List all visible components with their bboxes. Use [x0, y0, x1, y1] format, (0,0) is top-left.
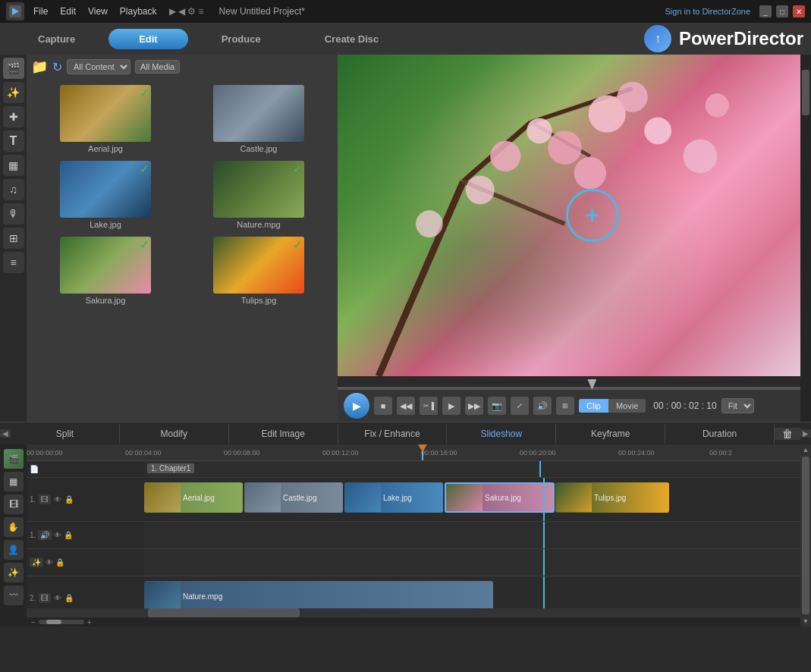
track1-eye-icon[interactable]: 👁: [54, 495, 61, 504]
stop-button[interactable]: ■: [374, 397, 392, 415]
media-item-castle[interactable]: ✓ Castle.jpg: [186, 85, 332, 153]
media-panel-toolbar: 📁 ↻ All Content All Media: [27, 55, 338, 79]
content-filter-select[interactable]: All Content: [67, 59, 130, 74]
window-controls: _ □ ✕: [759, 5, 805, 17]
fit-select[interactable]: Fit: [721, 398, 754, 413]
nav-buttons: Capture Edit Produce Create Disc: [8, 29, 409, 49]
timeline-expand-left[interactable]: ◀: [0, 429, 11, 438]
nature-clip-name: Nature.mpg: [181, 591, 225, 602]
audio-track1-lock-icon[interactable]: 🔒: [64, 531, 73, 539]
clip-castle[interactable]: Castle.jpg: [244, 482, 343, 513]
lake-thumbnail: ✓: [60, 161, 151, 218]
sidebar-piptracks-icon[interactable]: ▦: [3, 155, 24, 176]
fx-track: ✨ 👁 🔒: [27, 549, 800, 576]
fix-enhance-button[interactable]: Fix / Enhance: [338, 424, 448, 444]
sidebar-subscreen-icon[interactable]: ⊞: [3, 228, 24, 249]
track2-eye-icon[interactable]: 👁: [54, 594, 61, 602]
timeline-icon-media[interactable]: 🎬: [4, 449, 24, 469]
next-frame-button[interactable]: ▶: [442, 397, 461, 415]
play-button[interactable]: ▶: [344, 393, 369, 419]
sidebar-text-icon[interactable]: T: [3, 130, 24, 152]
scrollbar-h-thumb[interactable]: [148, 608, 300, 617]
sidebar-transitions-icon[interactable]: ✚: [3, 106, 24, 127]
timeline-scrollbar-horizontal[interactable]: [27, 608, 800, 617]
clip-lake[interactable]: Lake.jpg: [344, 482, 443, 513]
fx-track-lock-icon[interactable]: 🔒: [55, 558, 64, 567]
maximize-button[interactable]: □: [776, 5, 788, 17]
close-button[interactable]: ✕: [793, 5, 805, 17]
delete-button[interactable]: 🗑: [775, 428, 800, 440]
fx-track-eye-icon[interactable]: 👁: [46, 558, 53, 567]
audio-button[interactable]: 🔊: [533, 397, 552, 415]
video-track-2-header: 2. 🎞 👁 🔒: [27, 576, 144, 608]
clip-tulips[interactable]: Tulips.jpg: [555, 482, 669, 513]
sidebar-subtitle-icon[interactable]: ≡: [3, 252, 24, 273]
edit-image-button[interactable]: Edit Image: [229, 424, 338, 444]
slideshow-button[interactable]: Slideshow: [447, 424, 556, 444]
view-menu[interactable]: View: [88, 6, 108, 17]
sidebar-fx-icon[interactable]: ✨: [3, 82, 24, 103]
vscroll-thumb[interactable]: [802, 457, 809, 614]
zoom-slider[interactable]: [39, 620, 84, 624]
castle-clip-thumb: [244, 483, 281, 512]
media-item-tulips[interactable]: ✓ Tulips.jpg: [186, 237, 332, 305]
sakura-check-icon: ✓: [140, 239, 149, 251]
trim-button[interactable]: ✂▐: [420, 397, 438, 415]
track1-lock-icon[interactable]: 🔒: [64, 495, 74, 504]
file-menu[interactable]: File: [33, 6, 48, 17]
fast-forward-button[interactable]: ▶▶: [465, 397, 483, 415]
timeline-icon-wave[interactable]: 〰: [4, 586, 24, 605]
scroll-down-icon[interactable]: ▼: [803, 617, 809, 625]
timeline-vertical-scrollbar[interactable]: ▲ ▼: [800, 444, 811, 626]
signin-link[interactable]: Sign in to DirectorZone: [665, 7, 751, 16]
movie-mode-button[interactable]: Movie: [608, 399, 646, 413]
media-panel-scrollbar[interactable]: [800, 55, 811, 422]
minimize-button[interactable]: _: [759, 5, 772, 17]
tulips-clip-thumb: [555, 483, 592, 512]
import-folder-icon[interactable]: 📁: [31, 58, 48, 75]
prev-frame-button[interactable]: ◀◀: [397, 397, 415, 415]
clip-aerial[interactable]: Aerial.jpg: [144, 482, 243, 513]
media-item-aerial[interactable]: ✓ Aerial.jpg: [33, 85, 178, 153]
split-button[interactable]: Split: [11, 424, 120, 444]
snapshot-button[interactable]: 📷: [488, 397, 506, 415]
sidebar-media-icon[interactable]: 🎬: [3, 58, 24, 79]
media-item-nature[interactable]: ✓ Nature.mpg: [186, 161, 332, 229]
clip-nature[interactable]: Nature.mpg: [144, 581, 493, 608]
zoom-in-icon[interactable]: +: [87, 618, 92, 626]
timeline-icon-hand[interactable]: ✋: [4, 517, 24, 537]
audio-track-1-body: [144, 522, 800, 548]
refresh-icon[interactable]: ↻: [52, 60, 62, 74]
edit-button[interactable]: Edit: [108, 29, 188, 49]
track2-lock-icon[interactable]: 🔒: [64, 594, 74, 602]
create-disc-button[interactable]: Create Disc: [294, 29, 410, 49]
capture-button[interactable]: Capture: [8, 29, 105, 49]
layout-button[interactable]: ⊞: [556, 397, 574, 415]
sidebar-voiceover-icon[interactable]: 🎙: [3, 203, 24, 225]
clip-mode-button[interactable]: Clip: [579, 399, 608, 413]
timeline-expand-right[interactable]: ▶: [800, 429, 811, 438]
duration-button[interactable]: Duration: [665, 424, 775, 444]
preview-scrubber[interactable]: [338, 376, 800, 390]
fullscreen-button[interactable]: ⤢: [511, 397, 529, 415]
timeline-icon-fx[interactable]: ✨: [4, 563, 24, 583]
modify-button[interactable]: Modify: [120, 424, 229, 444]
scrollbar-thumb[interactable]: [802, 70, 809, 115]
timeline-icon-grid[interactable]: ▦: [4, 472, 24, 491]
scroll-up-icon[interactable]: ▲: [803, 446, 809, 454]
nature-thumbnail: ✓: [213, 161, 304, 218]
add-to-timeline-icon[interactable]: +: [566, 189, 619, 242]
timeline-icon-person[interactable]: 👤: [4, 540, 24, 560]
zoom-out-icon[interactable]: −: [31, 618, 36, 626]
produce-button[interactable]: Produce: [191, 29, 291, 49]
brand-name: PowerDirector: [679, 28, 803, 49]
playback-menu[interactable]: Playback: [120, 6, 157, 17]
audio-track1-eye-icon[interactable]: 👁: [54, 531, 61, 539]
keyframe-button[interactable]: Keyframe: [556, 424, 665, 444]
media-item-sakura[interactable]: ✓ Sakura.jpg: [33, 237, 178, 305]
edit-menu[interactable]: Edit: [60, 6, 76, 17]
media-item-lake[interactable]: ✓ Lake.jpg: [33, 161, 178, 229]
timeline-icon-film[interactable]: 🎞: [4, 495, 24, 514]
sidebar-music-icon[interactable]: ♫: [3, 179, 24, 200]
clip-sakura[interactable]: Sakura.jpg: [445, 482, 555, 513]
